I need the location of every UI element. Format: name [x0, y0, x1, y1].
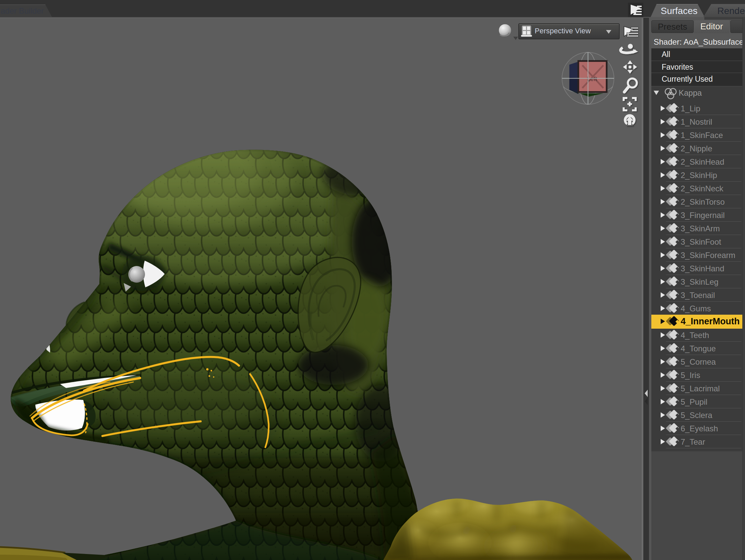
svg-text:Perspective View: Perspective View	[535, 27, 591, 35]
